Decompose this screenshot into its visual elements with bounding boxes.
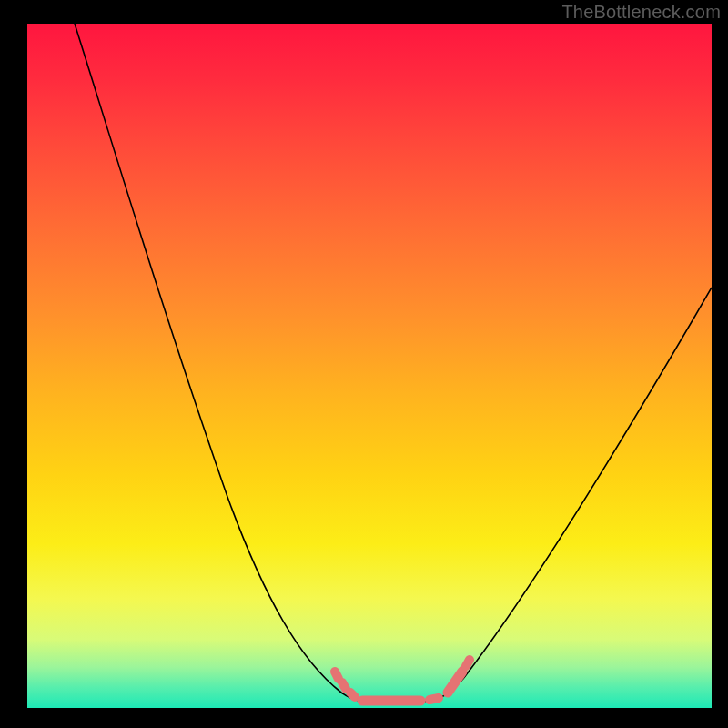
dash-1 — [335, 672, 339, 679]
curve-right — [432, 288, 712, 701]
highlight-dashes — [335, 660, 470, 701]
dash-6 — [448, 672, 462, 693]
curve-left — [75, 24, 359, 701]
chart-frame: TheBottleneck.com — [0, 0, 728, 728]
dash-3 — [350, 693, 355, 697]
dash-2 — [342, 682, 346, 689]
plot-area — [27, 24, 712, 708]
curve-overlay — [27, 24, 712, 708]
dash-7 — [466, 660, 470, 666]
dash-5 — [430, 698, 439, 700]
watermark-text: TheBottleneck.com — [561, 2, 721, 23]
